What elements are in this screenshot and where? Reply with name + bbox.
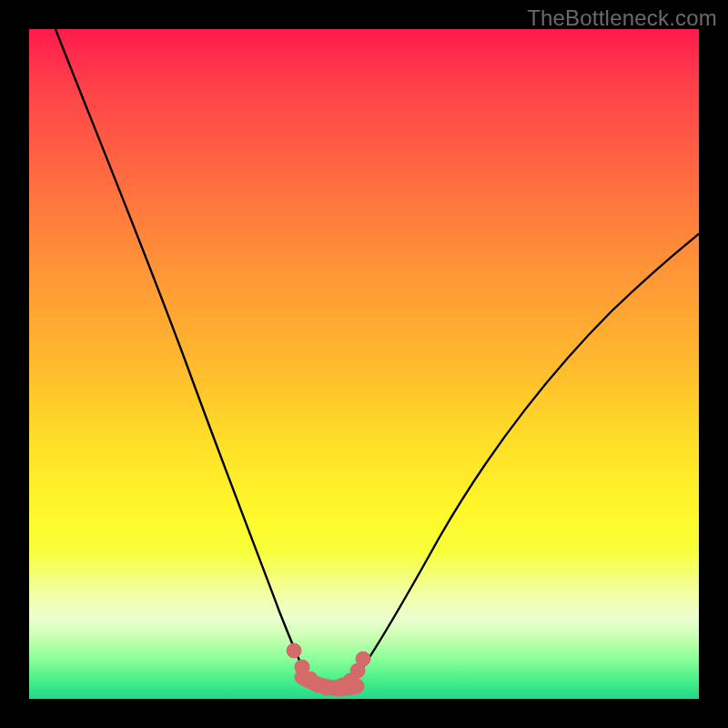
curve-layer	[29, 29, 699, 699]
marker-dot	[356, 652, 370, 666]
marker-dot	[287, 643, 301, 658]
curve-right-branch	[350, 234, 699, 684]
curve-left-branch	[56, 29, 310, 684]
plot-area	[29, 29, 699, 699]
chart-frame: TheBottleneck.com	[0, 0, 728, 728]
watermark-text: TheBottleneck.com	[527, 5, 717, 31]
